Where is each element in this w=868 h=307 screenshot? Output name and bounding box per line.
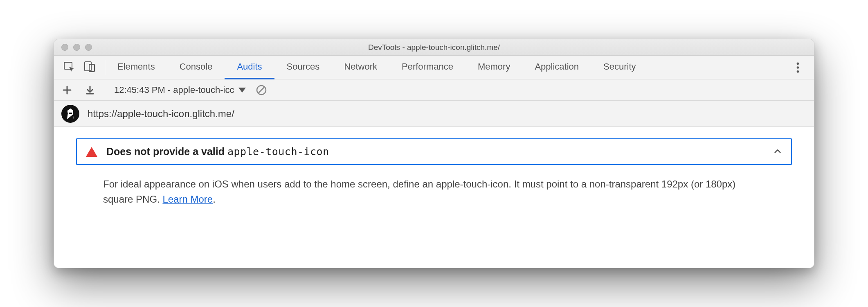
svg-rect-8 bbox=[69, 113, 72, 114]
tab-label: Audits bbox=[237, 61, 262, 72]
chevron-up-icon[interactable] bbox=[773, 147, 782, 157]
devtools-tabstrip: Elements Console Audits Sources Network … bbox=[54, 56, 814, 79]
devtools-window: DevTools - apple-touch-icon.glitch.me/ bbox=[54, 39, 814, 268]
inspect-element-icon[interactable] bbox=[63, 61, 75, 74]
window-title: DevTools - apple-touch-icon.glitch.me/ bbox=[54, 43, 814, 52]
more-menu-button[interactable] bbox=[785, 56, 811, 79]
tab-label: Performance bbox=[402, 61, 453, 72]
tab-audits[interactable]: Audits bbox=[225, 56, 274, 79]
audit-description: For ideal appearance on iOS when users a… bbox=[76, 165, 747, 207]
download-report-button[interactable] bbox=[83, 83, 97, 97]
devtools-tabs: Elements Console Audits Sources Network … bbox=[105, 56, 648, 79]
tab-label: Memory bbox=[478, 61, 510, 72]
tab-elements[interactable]: Elements bbox=[105, 56, 167, 79]
audit-title-text: Does not provide a valid bbox=[106, 146, 227, 157]
clear-report-button[interactable] bbox=[254, 83, 269, 97]
tab-label: Sources bbox=[287, 61, 320, 72]
close-window-button[interactable] bbox=[61, 44, 68, 51]
tab-network[interactable]: Network bbox=[332, 56, 389, 79]
lighthouse-icon bbox=[61, 105, 79, 123]
tab-label: Console bbox=[180, 61, 213, 72]
svg-point-5 bbox=[797, 70, 799, 72]
minimize-window-button[interactable] bbox=[73, 44, 80, 51]
tab-security[interactable]: Security bbox=[591, 56, 648, 79]
report-selector-label: 12:45:43 PM - apple-touch-icc bbox=[114, 85, 234, 95]
svg-line-7 bbox=[259, 87, 264, 93]
audit-title-code: apple-touch-icon bbox=[227, 146, 329, 158]
tab-sources[interactable]: Sources bbox=[274, 56, 332, 79]
svg-rect-1 bbox=[85, 62, 91, 71]
tab-label: Application bbox=[535, 61, 579, 72]
learn-more-link[interactable]: Learn More bbox=[162, 194, 213, 205]
tab-label: Security bbox=[603, 61, 636, 72]
tab-label: Elements bbox=[117, 61, 155, 72]
titlebar: DevTools - apple-touch-icon.glitch.me/ bbox=[54, 39, 814, 56]
tab-console[interactable]: Console bbox=[167, 56, 225, 79]
svg-point-3 bbox=[797, 62, 799, 65]
zoom-window-button[interactable] bbox=[85, 44, 92, 51]
report-selector[interactable]: 12:45:43 PM - apple-touch-icc bbox=[114, 85, 246, 95]
device-toggle-icon[interactable] bbox=[83, 61, 96, 74]
audit-title: Does not provide a valid apple-touch-ico… bbox=[106, 146, 329, 158]
audit-description-tail: . bbox=[213, 194, 216, 205]
audit-content: Does not provide a valid apple-touch-ico… bbox=[54, 127, 814, 268]
audit-item[interactable]: Does not provide a valid apple-touch-ico… bbox=[76, 138, 792, 165]
traffic-lights bbox=[54, 44, 92, 51]
audit-url-bar: https://apple-touch-icon.glitch.me/ bbox=[54, 101, 814, 127]
new-audit-button[interactable] bbox=[60, 83, 74, 97]
tab-performance[interactable]: Performance bbox=[389, 56, 465, 79]
tab-memory[interactable]: Memory bbox=[465, 56, 522, 79]
svg-point-4 bbox=[797, 66, 799, 69]
tab-label: Network bbox=[344, 61, 377, 72]
fail-triangle-icon bbox=[86, 147, 97, 157]
audited-url: https://apple-touch-icon.glitch.me/ bbox=[88, 108, 234, 120]
tab-application[interactable]: Application bbox=[522, 56, 591, 79]
chevron-down-icon bbox=[238, 88, 246, 93]
audits-toolbar: 12:45:43 PM - apple-touch-icc bbox=[54, 79, 814, 101]
